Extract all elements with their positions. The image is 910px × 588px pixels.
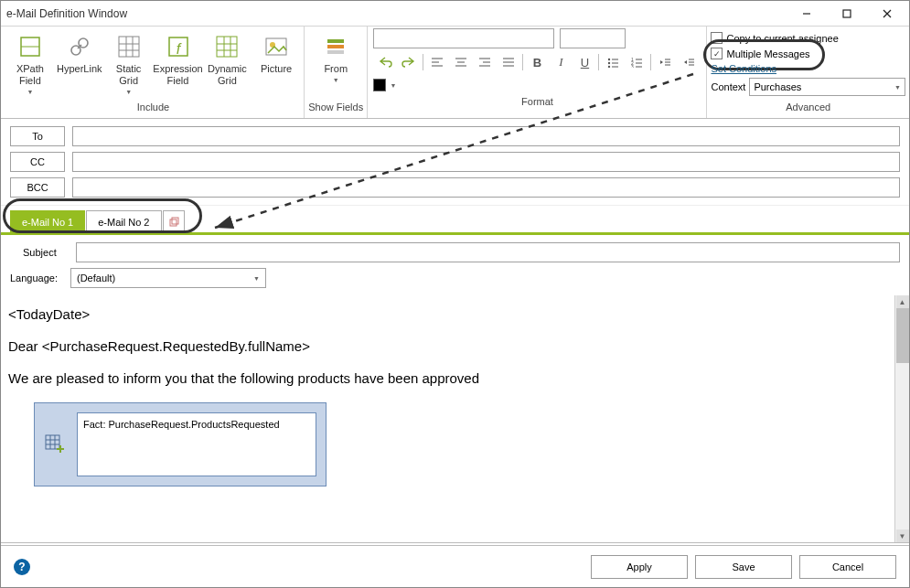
subject-label: Subject: [23, 247, 70, 258]
to-input[interactable]: [72, 126, 900, 146]
maximize-button[interactable]: [830, 2, 863, 26]
scroll-track[interactable]: [896, 308, 909, 529]
underline-button[interactable]: U: [573, 52, 596, 72]
separator: [598, 54, 599, 70]
context-label: Context: [711, 81, 745, 92]
static-grid-label: Static Grid: [116, 63, 142, 87]
svg-rect-1: [843, 10, 851, 17]
separator: [522, 54, 523, 70]
add-tab-button[interactable]: [163, 210, 185, 232]
bold-button[interactable]: B: [525, 52, 549, 72]
recipient-fields: To CC BCC: [1, 119, 909, 206]
set-conditions-link[interactable]: Set Conditions: [711, 63, 776, 74]
font-color-button[interactable]: ▼: [373, 76, 401, 94]
multiple-messages-label: Multiple Messages: [726, 48, 809, 59]
language-label: Language:: [10, 273, 67, 283]
separator: [423, 54, 423, 70]
help-button[interactable]: ?: [14, 559, 30, 575]
picture-button[interactable]: Picture: [252, 28, 300, 79]
context-select[interactable]: Purchases ▼: [749, 78, 905, 96]
undo-button[interactable]: [373, 52, 397, 72]
save-button[interactable]: Save: [695, 555, 792, 579]
svg-rect-60: [46, 435, 59, 449]
svg-point-42: [608, 66, 610, 68]
language-select[interactable]: (Default) ▼: [70, 268, 266, 288]
tab-label: e-Mail No 2: [98, 217, 149, 228]
align-center-button[interactable]: [449, 52, 473, 72]
svg-rect-59: [172, 218, 178, 224]
svg-rect-9: [119, 37, 139, 57]
picture-label: Picture: [261, 63, 292, 75]
format-group-label: Format: [373, 94, 701, 111]
numbered-list-button[interactable]: 123: [625, 52, 648, 72]
language-row: Language: (Default) ▼: [1, 266, 909, 295]
cancel-label: Cancel: [832, 561, 863, 572]
expression-field-button[interactable]: f Expression Field: [155, 28, 202, 91]
to-button[interactable]: To: [10, 126, 65, 146]
ribbon-group-showfields: From ▼ Show Fields: [305, 27, 368, 118]
titlebar: e-Mail Definition Window: [1, 1, 909, 27]
body-line-greeting: Dear <PurchaseRequest.RequestedBy.fullNa…: [8, 338, 887, 354]
multiple-messages-checkbox[interactable]: ✓: [711, 48, 723, 59]
expression-field-label: Expression Field: [153, 63, 202, 87]
ribbon: XPath Field ▼ HyperLink Static Grid ▼ f …: [1, 27, 909, 119]
to-label: To: [32, 131, 43, 142]
align-left-button[interactable]: [425, 52, 449, 72]
redo-button[interactable]: [397, 52, 421, 72]
dynamic-grid-button[interactable]: Dynamic Grid: [204, 28, 252, 91]
italic-button[interactable]: I: [549, 52, 573, 72]
fact-collection-box[interactable]: Fact: PurchaseRequest.ProductsRequested: [34, 402, 327, 486]
bcc-label: BCC: [27, 182, 48, 193]
minimize-button[interactable]: [790, 2, 823, 26]
footer: ? Apply Save Cancel: [1, 545, 909, 587]
subject-row: Subject: [1, 235, 909, 266]
bcc-input[interactable]: [72, 177, 900, 198]
font-size-select[interactable]: [560, 28, 626, 48]
indent-button[interactable]: [677, 52, 701, 72]
scroll-thumb[interactable]: [896, 308, 909, 363]
hyperlink-button[interactable]: HyperLink: [56, 28, 103, 79]
bcc-button[interactable]: BCC: [10, 177, 65, 198]
hyperlink-label: HyperLink: [57, 63, 102, 75]
advanced-group-label: Advanced: [711, 100, 905, 116]
cc-label: CC: [30, 156, 45, 167]
cancel-button[interactable]: Cancel: [799, 555, 896, 579]
outdent-button[interactable]: [653, 52, 677, 72]
vertical-scrollbar[interactable]: ▲ ▼: [894, 295, 909, 542]
tab-email-2[interactable]: e-Mail No 2: [86, 210, 161, 232]
font-select[interactable]: [373, 28, 554, 48]
bullets-button[interactable]: [601, 52, 625, 72]
subject-input[interactable]: [76, 242, 900, 262]
align-justify-button[interactable]: [497, 52, 520, 72]
svg-text:f: f: [176, 41, 181, 57]
close-button[interactable]: [871, 2, 904, 26]
grid-add-icon: [44, 432, 70, 457]
svg-rect-24: [327, 45, 344, 48]
body-line-date: <TodayDate>: [8, 306, 887, 322]
chevron-down-icon: ▼: [390, 82, 396, 89]
cc-input[interactable]: [72, 152, 900, 172]
scroll-up-button[interactable]: ▲: [896, 295, 909, 308]
from-button[interactable]: From ▼: [312, 28, 359, 87]
context-value: Purchases: [754, 81, 801, 92]
chevron-down-icon: ▼: [27, 89, 33, 95]
chevron-down-icon: ▼: [253, 275, 260, 282]
copy-assignee-checkbox[interactable]: [711, 32, 723, 44]
cc-button[interactable]: CC: [10, 152, 65, 172]
body-area: <TodayDate> Dear <PurchaseRequest.Reques…: [1, 295, 909, 542]
body-line-message: We are pleased to inform you that the fo…: [8, 370, 887, 386]
svg-marker-50: [660, 60, 663, 64]
scroll-down-button[interactable]: ▼: [896, 529, 909, 542]
editor[interactable]: <TodayDate> Dear <PurchaseRequest.Reques…: [1, 295, 894, 542]
xpath-field-button[interactable]: XPath Field ▼: [6, 28, 54, 99]
ribbon-group-advanced: Copy to current assignee ✓ Multiple Mess…: [707, 27, 909, 118]
static-grid-button[interactable]: Static Grid ▼: [105, 28, 153, 99]
ribbon-group-include: XPath Field ▼ HyperLink Static Grid ▼ f …: [3, 27, 305, 118]
dynamic-grid-label: Dynamic Grid: [208, 63, 247, 87]
chevron-down-icon: ▼: [333, 77, 339, 83]
tab-email-1[interactable]: e-Mail No 1: [10, 210, 85, 232]
svg-rect-23: [327, 39, 344, 43]
apply-button[interactable]: Apply: [591, 555, 688, 579]
align-right-button[interactable]: [473, 52, 497, 72]
fact-label: Fact: PurchaseRequest.ProductsRequested: [77, 412, 316, 476]
